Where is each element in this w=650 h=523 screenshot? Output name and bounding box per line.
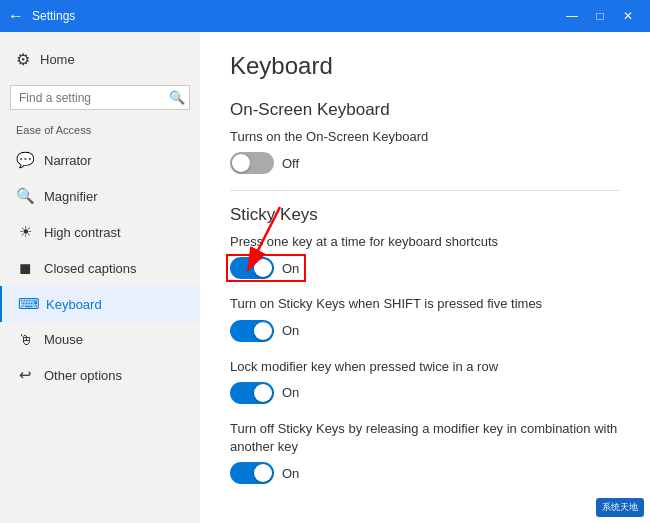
on-screen-keyboard-state-label: Off [282, 156, 299, 171]
toggle-track [230, 152, 274, 174]
sidebar-home-label: Home [40, 52, 75, 67]
sticky-keys-toggle-row-3: On [230, 382, 620, 404]
sidebar-item-label: Closed captions [44, 261, 137, 276]
sidebar-item-label: High contrast [44, 225, 121, 240]
sidebar-item-closed-captions[interactable]: ◼ Closed captions [0, 250, 200, 286]
toggle-thumb [254, 384, 272, 402]
sidebar-item-mouse[interactable]: 🖰 Mouse [0, 322, 200, 357]
sidebar-search-box[interactable]: 🔍 [10, 85, 190, 110]
sticky-keys-setting-4: Turn off Sticky Keys by releasing a modi… [230, 420, 620, 484]
narrator-icon: 💬 [16, 151, 34, 169]
content-area: Keyboard On-Screen Keyboard Turns on the… [200, 32, 650, 523]
watermark: 系统天地 [596, 498, 644, 517]
on-screen-keyboard-toggle-row: Off [230, 152, 620, 174]
on-screen-keyboard-setting: Turns on the On-Screen Keyboard Off [230, 128, 620, 174]
sticky-keys-state-label-2: On [282, 323, 299, 338]
keyboard-icon: ⌨ [18, 295, 36, 313]
toggle-thumb [254, 322, 272, 340]
sticky-keys-label-2: Turn on Sticky Keys when SHIFT is presse… [230, 295, 620, 313]
high-contrast-icon: ☀ [16, 223, 34, 241]
toggle-thumb [232, 154, 250, 172]
search-input[interactable] [19, 91, 169, 105]
sticky-keys-setting-1: Press one key at a time for keyboard sho… [230, 233, 620, 279]
sidebar-item-other-options[interactable]: ↩ Other options [0, 357, 200, 393]
sidebar-item-label: Magnifier [44, 189, 97, 204]
sidebar-item-narrator[interactable]: 💬 Narrator [0, 142, 200, 178]
toggle-track [230, 320, 274, 342]
search-icon: 🔍 [169, 90, 185, 105]
sticky-keys-state-label-3: On [282, 385, 299, 400]
sidebar: ⚙ Home 🔍 Ease of Access 💬 Narrator 🔍 Mag… [0, 32, 200, 523]
sticky-keys-state-label-4: On [282, 466, 299, 481]
sidebar-item-label: Mouse [44, 332, 83, 347]
magnifier-icon: 🔍 [16, 187, 34, 205]
section-title-sticky-keys: Sticky Keys [230, 205, 620, 225]
sidebar-item-home[interactable]: ⚙ Home [0, 40, 200, 79]
sidebar-section-label: Ease of Access [0, 120, 200, 142]
sticky-keys-toggle-4[interactable] [230, 462, 274, 484]
closed-captions-icon: ◼ [16, 259, 34, 277]
sticky-keys-label-4: Turn off Sticky Keys by releasing a modi… [230, 420, 620, 456]
close-button[interactable]: ✕ [614, 2, 642, 30]
section-divider [230, 190, 620, 191]
home-icon: ⚙ [16, 50, 30, 69]
sticky-keys-toggle-row-1: On [230, 257, 620, 279]
sidebar-item-label: Other options [44, 368, 122, 383]
sticky-keys-toggle-row-2: On [230, 320, 620, 342]
on-screen-keyboard-toggle[interactable] [230, 152, 274, 174]
other-options-icon: ↩ [16, 366, 34, 384]
minimize-button[interactable]: — [558, 2, 586, 30]
sticky-keys-toggle-2[interactable] [230, 320, 274, 342]
toggle-thumb [254, 259, 272, 277]
sidebar-item-magnifier[interactable]: 🔍 Magnifier [0, 178, 200, 214]
maximize-button[interactable]: □ [586, 2, 614, 30]
sidebar-item-keyboard[interactable]: ⌨ Keyboard [0, 286, 200, 322]
sticky-keys-toggle-row-4: On [230, 462, 620, 484]
sticky-keys-setting-3: Lock modifier key when pressed twice in … [230, 358, 620, 404]
toggle-track [230, 382, 274, 404]
titlebar-title: Settings [32, 9, 558, 23]
sidebar-item-label: Narrator [44, 153, 92, 168]
sidebar-item-high-contrast[interactable]: ☀ High contrast [0, 214, 200, 250]
section-title-on-screen-keyboard: On-Screen Keyboard [230, 100, 620, 120]
sticky-keys-setting-2: Turn on Sticky Keys when SHIFT is presse… [230, 295, 620, 341]
toggle-track [230, 462, 274, 484]
window-controls: — □ ✕ [558, 2, 642, 30]
sticky-keys-label-1: Press one key at a time for keyboard sho… [230, 233, 620, 251]
main-content: ⚙ Home 🔍 Ease of Access 💬 Narrator 🔍 Mag… [0, 32, 650, 523]
sticky-keys-toggle-1[interactable] [230, 257, 274, 279]
toggle-thumb [254, 464, 272, 482]
back-button[interactable]: ← [8, 7, 24, 25]
toggle-track [230, 257, 274, 279]
titlebar: ← Settings — □ ✕ [0, 0, 650, 32]
sticky-keys-state-label-1: On [282, 261, 299, 276]
sticky-keys-toggle-3[interactable] [230, 382, 274, 404]
sidebar-item-label: Keyboard [46, 297, 102, 312]
page-title: Keyboard [230, 52, 620, 80]
mouse-icon: 🖰 [16, 331, 34, 348]
on-screen-keyboard-label: Turns on the On-Screen Keyboard [230, 128, 620, 146]
sticky-keys-label-3: Lock modifier key when pressed twice in … [230, 358, 620, 376]
